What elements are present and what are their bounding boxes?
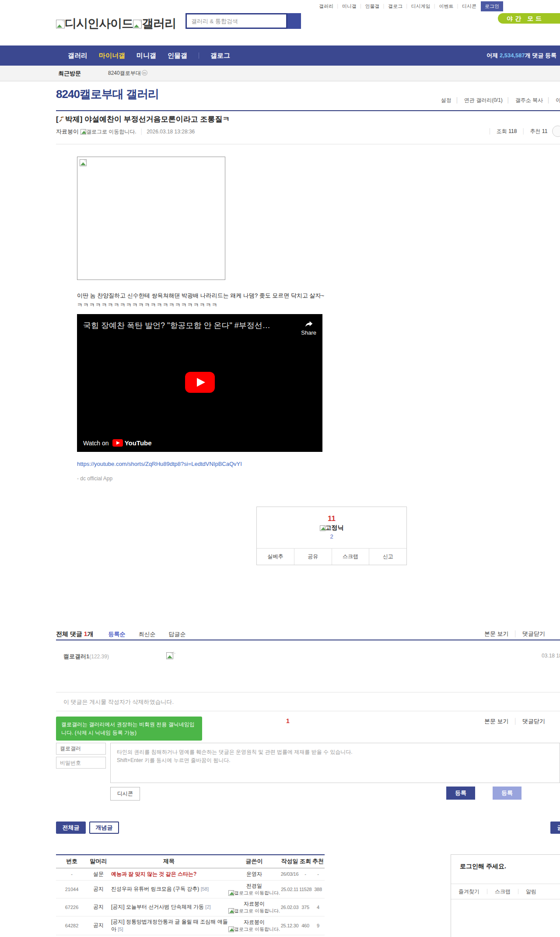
post-title-link[interactable]: [공지] 정통망법개정안통과 글 올릴 때 조심해 얘들아 [5]	[111, 919, 228, 932]
dc-official-app-sign: - dc official App	[77, 475, 541, 482]
recent-visited-bar: 최근방문 8240캘로부대m	[0, 66, 560, 81]
favorites-tab[interactable]: 즐겨찾기	[451, 888, 487, 895]
scrap-tab[interactable]: 스크랩	[487, 888, 518, 895]
youtube-video-title[interactable]: 국힘 장예찬 폭탄 발언? "항공모함 안 온다" #부정선…	[83, 320, 270, 331]
pickaxe-icon	[59, 116, 65, 122]
top-link-dccon[interactable]: 디시콘	[462, 3, 476, 10]
post-date: 2026.03.18 13:28:36	[147, 129, 195, 135]
post-body: 이딴 놈 찬양질하고 신수한테 쌍욕쳐해댄 박광배 나라리드는 왜케 나댐? 좆…	[77, 157, 541, 482]
watch-on-youtube-link[interactable]: Watch on YouTube	[83, 439, 152, 447]
reply-count: [2]	[205, 904, 210, 909]
post-author[interactable]: 자료붕이	[228, 919, 280, 926]
minor-gallery-badge: m	[142, 70, 147, 76]
post-recs: -	[312, 868, 325, 880]
col-views: 조회	[299, 855, 312, 868]
post-author[interactable]: 운영자	[246, 871, 262, 877]
nav-gallery[interactable]: 갤러리	[68, 52, 88, 60]
search-input[interactable]	[186, 13, 287, 29]
gallog-link[interactable]: 갤로그로 이동합니다.	[228, 890, 280, 896]
comment-textarea[interactable]: 타인의 권리를 침해하거나 명예를 훼손하는 댓글은 운영원칙 및 관련 법률에…	[110, 743, 560, 783]
post-author[interactable]: 전경일	[228, 882, 280, 890]
usage-guide-link[interactable]: 이용안내	[556, 97, 560, 103]
daily-comment-stats: 어제 2,534,587개 댓글 등록	[486, 52, 556, 59]
gallog-link[interactable]: 갤로그로 이동합니다.	[228, 926, 280, 933]
gallog-link[interactable]: 갤로그로 이동합니다.	[80, 128, 136, 136]
post-tool-button[interactable]	[552, 126, 560, 137]
share-label: Share	[301, 329, 316, 336]
post-date: 25.12.26	[280, 935, 299, 937]
youtube-embed[interactable]: 국힘 장예찬 폭탄 발언? "항공모함 안 온다" #부정선… Share Wa…	[77, 314, 322, 452]
top-link-dcgame[interactable]: 디시게임	[411, 3, 430, 10]
search-button[interactable]	[287, 13, 301, 29]
divider: │	[383, 4, 385, 8]
broken-image-icon	[228, 927, 234, 932]
sort-newest-tab[interactable]: 최신순	[139, 630, 156, 638]
gallery-title[interactable]: 8240캘로부대 갤러리	[56, 87, 159, 102]
gallog-link[interactable]: 갤로그로 이동합니다.	[228, 908, 280, 914]
comment-author[interactable]: 캘로갤러1(122.39)	[63, 653, 109, 661]
post-author[interactable]: 자료붕이	[228, 900, 280, 908]
broken-post-image[interactable]	[77, 157, 225, 280]
divider: │	[507, 97, 510, 103]
share-button[interactable]: 공유	[294, 549, 332, 565]
report-button[interactable]: 신고	[369, 549, 406, 565]
view-post-link[interactable]: 본문 보기	[484, 718, 509, 724]
broken-image-icon	[80, 159, 87, 166]
top-link-minigal[interactable]: 미니갤	[342, 3, 357, 10]
post-author[interactable]: 자료붕이	[56, 128, 79, 136]
comment-submit-secondary-button[interactable]: 등록	[493, 787, 522, 800]
post-stats: │ 조회 118 │ 추천 11 │	[485, 128, 559, 135]
comment-form-row: 타인의 권리를 침해하거나 명예를 훼손하는 댓글은 운영원칙 및 관련 법률에…	[56, 743, 560, 783]
post-number: 62001	[56, 935, 88, 937]
nav-minor-gallery[interactable]: 마이너갤	[99, 52, 125, 60]
youtube-share-button[interactable]: Share	[301, 319, 316, 336]
youtube-play-button[interactable]	[185, 372, 215, 395]
top-link-persongal[interactable]: 인물갤	[365, 3, 380, 10]
nav-gallog[interactable]: 갤로그	[210, 52, 230, 60]
login-button[interactable]: 로그인	[481, 1, 503, 11]
fixed-nick-vote[interactable]: 고정닉	[257, 524, 406, 532]
scrap-button[interactable]: 스크랩	[332, 549, 369, 565]
top-link-event[interactable]: 이벤트	[439, 3, 453, 10]
top-link-gallery[interactable]: 갤러리	[319, 3, 333, 10]
comment-submit-button[interactable]: 등록	[446, 787, 475, 800]
nav-person-gallery[interactable]: 인물갤	[168, 52, 187, 60]
realtime-best-button[interactable]: 실베추	[257, 549, 294, 565]
broken-image-icon	[228, 908, 234, 914]
site-logo[interactable]: 디시인사이드갤러리	[56, 16, 176, 31]
broken-image-icon	[320, 525, 326, 531]
divider: │	[336, 4, 339, 8]
post-title-link[interactable]: [공지] 오늘부터 선거사범 단속체제 가동 [2]	[111, 904, 211, 910]
post-views: 11528	[299, 880, 312, 898]
recent-visited-gallery[interactable]: 8240캘로부대m	[108, 70, 147, 77]
gallery-settings-link[interactable]: 설정	[441, 97, 452, 103]
post-title-text: 박제] 야설예찬이 부정선거음모론이라고 조롱질ㅋ	[65, 115, 230, 123]
copy-gallery-url-link[interactable]: 갤주소 복사	[515, 97, 543, 103]
related-gallery-link[interactable]: 연관 갤러리(0/1)	[464, 97, 503, 103]
global-nav-items: 갤러리 마이너갤 미니갤 인물갤 갤로그	[68, 52, 230, 60]
notification-tab[interactable]: 알림	[518, 888, 544, 895]
top-link-gallog[interactable]: 갤로그	[388, 3, 402, 10]
comment-placeholder-line: 타인의 권리를 침해하거나 명예를 훼손하는 댓글은 운영원칙 및 관련 법률에…	[117, 748, 553, 756]
gallery-menu: 설정│ 연관 갤러리(0/1)│ 갤주소 복사│ 이용안내	[441, 97, 560, 104]
post-title-link[interactable]: 진성우파 유튜버 링크모음 (구독 강추) [58]	[111, 886, 209, 892]
youtube-shorts-link[interactable]: https://youtube.com/shorts/ZqRHu89dtp8?s…	[77, 461, 242, 467]
view-post-link[interactable]: 본문 보기	[484, 630, 509, 637]
sort-reply-tab[interactable]: 답글순	[169, 630, 186, 638]
close-comments-link[interactable]: 댓글닫기	[522, 718, 545, 724]
play-icon	[185, 372, 215, 393]
dccon-button[interactable]: 디시콘	[110, 787, 140, 801]
post-head: 설문	[88, 868, 109, 880]
write-post-button[interactable]: 글쓰기	[550, 822, 560, 834]
nav-mini-gallery[interactable]: 미니갤	[136, 52, 156, 60]
col-recs: 추천	[312, 855, 325, 868]
password-input[interactable]	[56, 757, 106, 769]
nickname-input[interactable]	[56, 743, 106, 755]
best-posts-tab[interactable]: 개념글	[89, 822, 119, 834]
post-number: 67226	[56, 898, 88, 916]
sort-registered-tab[interactable]: 등록순	[108, 630, 126, 638]
all-posts-tab[interactable]: 전체글	[56, 822, 86, 834]
close-comments-link[interactable]: 댓글닫기	[522, 630, 545, 637]
post-date: 25.02.11	[280, 880, 299, 898]
post-title-link[interactable]: 예능과 잘 맞지 않는 것 같은 스타는?	[111, 871, 196, 877]
